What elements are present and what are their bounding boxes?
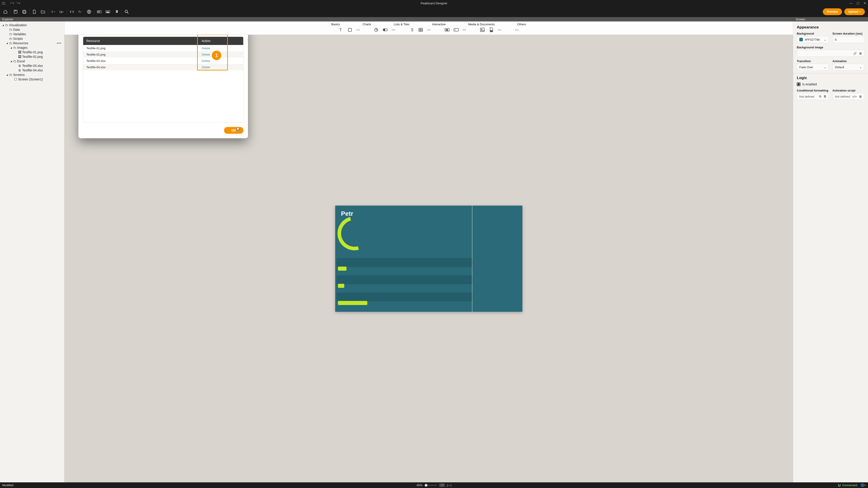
activation-field[interactable]: Not defined </> 🗑	[833, 93, 865, 100]
settings-gear-icon[interactable]: ▾	[51, 9, 55, 14]
pie-chart-icon[interactable]	[374, 27, 379, 32]
button-ok-icon[interactable]: OK	[445, 27, 450, 32]
tree-node-image-1[interactable]: 🖼Testfile-01.png	[1, 50, 63, 55]
bar-widget	[338, 267, 346, 271]
more-icon[interactable]: •••	[498, 29, 502, 31]
code-icon[interactable]	[70, 9, 74, 14]
search-icon[interactable]	[124, 9, 129, 14]
folder-icon: 🗀	[8, 72, 13, 77]
ok-button[interactable]: OK	[224, 127, 243, 134]
delete-link[interactable]: Delete	[202, 66, 210, 69]
duration-label: Screen duration (sec)	[833, 32, 865, 35]
resources-folder-icon[interactable]: ▾	[59, 9, 64, 14]
badge1-icon[interactable]	[97, 9, 101, 14]
background-color-field[interactable]: #FF327788 ⌄	[797, 36, 829, 43]
tree-node-images[interactable]: ◢🗀Images	[1, 45, 63, 50]
trash-icon[interactable]: 🗑	[859, 95, 862, 98]
edit-script-icon[interactable]: ⧉	[819, 95, 821, 98]
zoom-100-icon[interactable]: 100	[439, 484, 445, 487]
delete-link[interactable]: Delete	[202, 53, 210, 56]
hub-icon[interactable]	[114, 9, 119, 14]
screen-panel-header: Screen	[793, 17, 868, 22]
trash-icon[interactable]: 🗑	[824, 95, 827, 98]
folder-icon: 🗀	[13, 59, 17, 64]
tree-node-screen1[interactable]: 🖵Screen (Screen1)	[1, 77, 63, 82]
is-enabled-checkbox[interactable]	[797, 83, 800, 86]
more-icon[interactable]: •••	[515, 29, 519, 31]
link-icon[interactable]: 🔗	[853, 52, 857, 55]
tree-node-excel[interactable]: ◢🗀Excel	[1, 59, 63, 64]
svg-rect-25	[454, 29, 458, 31]
folder-icon: 🗀	[13, 45, 17, 50]
explorer-header: Explorer	[0, 17, 64, 22]
maximize-icon[interactable]: ▢	[857, 1, 860, 5]
trash-icon[interactable]: 🗑	[859, 52, 862, 55]
more-icon[interactable]: •••	[427, 29, 431, 31]
condfmt-field[interactable]: Not defined ⧉ 🗑	[797, 93, 829, 100]
preview-button[interactable]: Preview	[823, 8, 842, 15]
save-all-icon[interactable]	[22, 9, 26, 14]
svg-rect-2	[14, 10, 17, 13]
tree-node-screens[interactable]: ◢🗀Screens	[1, 72, 63, 77]
chevron-down-icon: ⌄	[824, 38, 827, 41]
globe-icon[interactable]	[87, 9, 91, 14]
canvas-area[interactable]: Petr Unused resources ✕	[64, 35, 793, 482]
ribbon-tab-basics[interactable]: Basics	[331, 23, 340, 26]
ribbon-tab-lists[interactable]: Lists & Tiles	[394, 23, 409, 26]
pdf-icon[interactable]: PDF	[489, 27, 494, 32]
font-icon[interactable]: TT	[78, 9, 83, 14]
text-control-icon[interactable]: T	[338, 27, 343, 32]
input-icon[interactable]	[454, 27, 459, 32]
grid-icon[interactable]	[418, 27, 423, 32]
col-header-action: Action	[202, 39, 240, 43]
ribbon-tab-others[interactable]: Others	[517, 23, 526, 26]
delete-link[interactable]: Delete	[202, 59, 210, 63]
table-row: Testfile-04.xlsx Delete	[83, 64, 243, 70]
rect-control-icon[interactable]	[347, 27, 352, 32]
delete-link[interactable]: Delete	[202, 46, 210, 50]
more-icon[interactable]: •••	[463, 29, 467, 31]
tree-node-scripts[interactable]: 🗀Scripts	[1, 36, 63, 41]
folder-icon: 🗀	[8, 27, 13, 32]
artboard[interactable]: Petr	[335, 205, 522, 312]
animation-field[interactable]: Default⌄	[833, 64, 865, 70]
list-icon[interactable]	[409, 27, 414, 32]
svg-rect-4	[23, 10, 25, 13]
tree-node-xlsx-1[interactable]: 🗎Testfile-03.xlsx	[1, 64, 63, 68]
tree-node-image-2[interactable]: 🖼Testfile-02.png	[1, 55, 63, 59]
more-icon[interactable]: •••	[392, 29, 396, 31]
open-folder-icon[interactable]	[41, 9, 45, 14]
code-icon[interactable]: </>	[852, 95, 857, 98]
image-media-icon[interactable]	[480, 27, 485, 32]
new-file-icon[interactable]	[32, 9, 37, 14]
save-icon[interactable]	[13, 9, 18, 14]
svg-rect-3	[15, 10, 16, 11]
ribbon-tab-charts[interactable]: Charts	[363, 23, 371, 26]
home-icon[interactable]	[3, 9, 8, 14]
close-icon[interactable]: ✕	[864, 1, 866, 5]
upload-button[interactable]: Upload▾	[844, 8, 865, 15]
tree-node-data[interactable]: 🗀Data	[1, 27, 63, 32]
main-toolbar: ▾ ▾ TT edge Preview Upload▾	[0, 6, 868, 17]
transition-field[interactable]: Fade Over⌄	[797, 64, 829, 70]
more-icon[interactable]: •••	[356, 29, 360, 31]
tree-node-resources[interactable]: ◢🗀Resources•••	[1, 41, 63, 45]
ribbon-tab-media[interactable]: Media & Documents	[468, 23, 495, 26]
zoom-slider[interactable]	[425, 485, 437, 486]
svg-point-21	[383, 29, 385, 31]
minimize-icon[interactable]: —	[849, 1, 852, 5]
bgimage-field[interactable]: 🔗 🗑	[797, 50, 864, 57]
badge2-icon[interactable]: edge	[105, 9, 110, 14]
toggle-icon[interactable]	[383, 27, 388, 32]
undo-icon[interactable]: ↶▾	[10, 1, 14, 5]
fit-width-icon[interactable]: |↔|	[447, 484, 452, 487]
node-menu-icon[interactable]: •••	[57, 41, 61, 45]
connection-status[interactable]: Connected	[838, 484, 857, 487]
tree-node-visualization[interactable]: ◢🗀Visualization	[1, 23, 63, 27]
ribbon-tab-interactive[interactable]: Interactive	[432, 23, 445, 26]
language-icon[interactable]: 🌐▾	[861, 484, 866, 487]
duration-field[interactable]: 0	[833, 36, 865, 43]
tree-node-xlsx-2[interactable]: 🗎Testfile-04.xlsx	[1, 68, 63, 72]
redo-icon[interactable]: ↷▾	[16, 1, 20, 5]
tree-node-variables[interactable]: 🗀Variables	[1, 32, 63, 36]
